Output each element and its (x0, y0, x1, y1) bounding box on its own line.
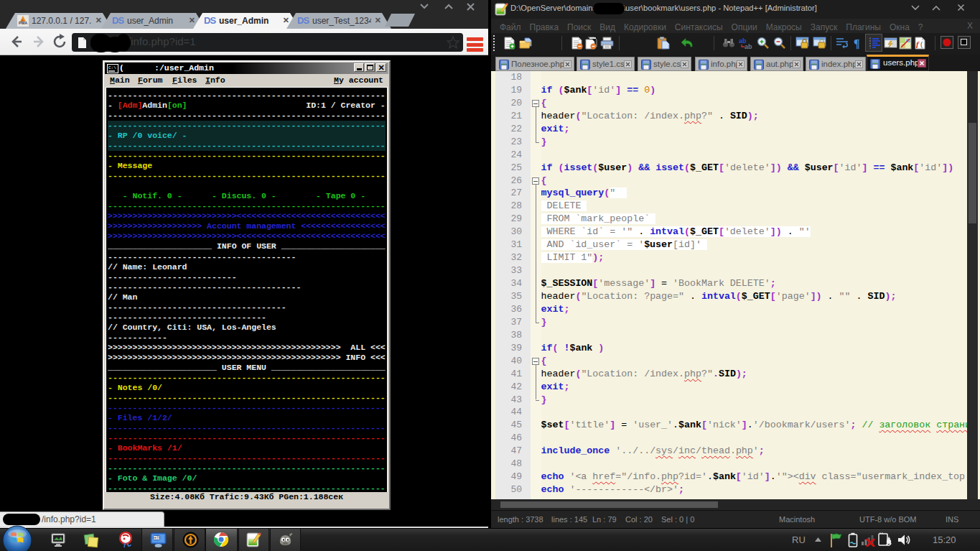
svg-text:(: ( (920, 41, 923, 48)
svg-text:PMA: PMA (19, 21, 27, 25)
svg-text:C:\: C:\ (108, 65, 116, 70)
svg-text:¶: ¶ (854, 37, 860, 50)
svg-text:ab: ab (745, 43, 752, 50)
